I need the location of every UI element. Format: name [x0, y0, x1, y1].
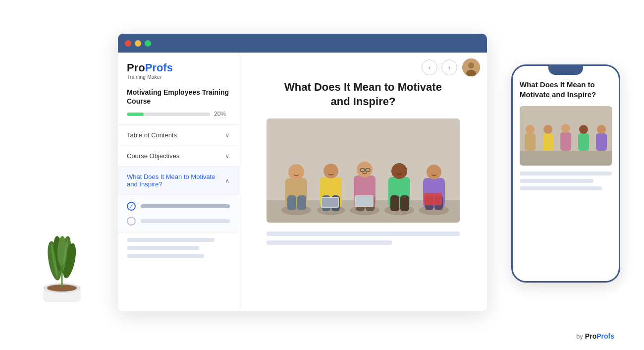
footer-pro: Pro [585, 332, 596, 340]
nav-item-motivate-inspire[interactable]: What Does It Mean to Motivate and Inspir… [118, 167, 239, 195]
sub-item-bar [141, 219, 230, 223]
scene: ProProfs Training Maker Motivating Emplo… [0, 0, 644, 350]
svg-point-54 [526, 125, 535, 134]
main-lesson-title: What Does It Mean to Motivate and Inspir… [284, 80, 442, 109]
back-button[interactable]: ‹ [422, 59, 437, 75]
chevron-down-icon: ∨ [225, 152, 230, 160]
phone-notch [548, 66, 583, 75]
svg-rect-44 [400, 195, 409, 211]
svg-point-58 [561, 124, 570, 133]
sidebar-navigation: Table of Contents ∨ Course Objectives ∨ … [118, 125, 239, 311]
svg-point-25 [323, 164, 338, 178]
nav-item-label: Table of Contents [127, 131, 177, 139]
radio-empty-icon [127, 217, 136, 226]
sub-item-completed[interactable]: ✓ [127, 199, 230, 214]
course-sidebar: ProProfs Training Maker Motivating Emplo… [118, 53, 239, 311]
placeholder-bar [520, 179, 593, 183]
logo: ProProfs [127, 62, 230, 73]
progress-row: 20% [127, 111, 230, 117]
main-lesson-image [267, 118, 460, 223]
forward-button[interactable]: › [441, 59, 457, 75]
logo-pro: Pro [127, 61, 145, 74]
radio-checked-icon: ✓ [127, 202, 136, 211]
svg-rect-39 [356, 196, 373, 206]
logo-profs: Profs [145, 61, 173, 74]
svg-point-20 [288, 164, 304, 180]
nav-item-label: Course Objectives [127, 152, 179, 160]
footer-profs: Profs [596, 332, 614, 340]
navigation-buttons: ‹ › [422, 59, 457, 75]
phone-lesson-image [520, 106, 612, 166]
progress-bar-fill [127, 113, 144, 116]
chevron-up-icon: ∧ [225, 177, 230, 184]
svg-rect-29 [322, 198, 338, 207]
progress-bar-background [127, 113, 210, 116]
svg-point-56 [543, 125, 552, 134]
nav-item-table-of-contents[interactable]: Table of Contents ∨ [118, 125, 239, 146]
placeholder-bar [520, 172, 612, 175]
chevron-down-icon: ∨ [225, 131, 230, 139]
svg-rect-52 [520, 151, 612, 166]
window-maximize-dot[interactable] [145, 40, 151, 47]
placeholder-bar [127, 238, 215, 242]
browser-titlebar [118, 34, 487, 53]
main-content-area: ‹ › What Does It Mean to Motivate and In… [239, 53, 487, 311]
progress-label: 20% [214, 111, 230, 117]
svg-rect-43 [390, 195, 399, 211]
svg-rect-50 [424, 193, 442, 205]
sidebar-header: ProProfs Training Maker Motivating Emplo… [118, 53, 239, 125]
nav-item-label: What Does It Mean to Motivate and Inspir… [127, 173, 225, 188]
placeholder-bar [267, 232, 460, 236]
sub-item-uncompleted[interactable] [127, 214, 230, 229]
plant-decoration [30, 211, 94, 310]
svg-rect-61 [596, 133, 607, 151]
svg-rect-57 [560, 132, 571, 151]
logo-subtitle: Training Maker [127, 74, 230, 80]
footer-logo: ProProfs [585, 332, 614, 340]
svg-rect-59 [578, 133, 589, 151]
svg-point-42 [391, 163, 407, 179]
phone-lesson-title: What Does It Mean to Motivate and Inspir… [520, 80, 612, 99]
placeholder-bar [127, 246, 199, 250]
svg-point-62 [597, 125, 606, 134]
main-content-placeholders [267, 232, 460, 249]
window-minimize-dot[interactable] [135, 40, 141, 47]
svg-rect-21 [287, 195, 296, 210]
svg-point-60 [579, 125, 588, 134]
footer-brand: by ProProfs [576, 332, 614, 340]
nav-item-course-objectives[interactable]: Course Objectives ∨ [118, 146, 239, 167]
phone-mockup: What Does It Mean to Motivate and Inspir… [511, 64, 620, 283]
window-close-dot[interactable] [125, 40, 131, 47]
svg-rect-53 [525, 133, 536, 151]
course-title: Motivating Employees Training Course [127, 88, 230, 106]
svg-point-47 [427, 165, 441, 179]
placeholder-bar [127, 254, 204, 258]
phone-screen: What Does It Mean to Motivate and Inspir… [513, 66, 619, 281]
svg-rect-22 [297, 195, 306, 210]
sub-items-container: ✓ [118, 195, 239, 233]
placeholder-bar [520, 186, 602, 190]
browser-window: ProProfs Training Maker Motivating Emplo… [118, 34, 487, 311]
svg-point-13 [468, 62, 474, 68]
placeholder-bars [118, 233, 239, 267]
svg-rect-55 [542, 133, 553, 151]
browser-body: ProProfs Training Maker Motivating Emplo… [118, 53, 487, 311]
logo-area: ProProfs Training Maker [127, 62, 230, 80]
user-avatar[interactable] [462, 58, 480, 76]
by-label: by [576, 333, 583, 340]
placeholder-bar [267, 240, 392, 245]
sub-item-bar [141, 204, 230, 208]
